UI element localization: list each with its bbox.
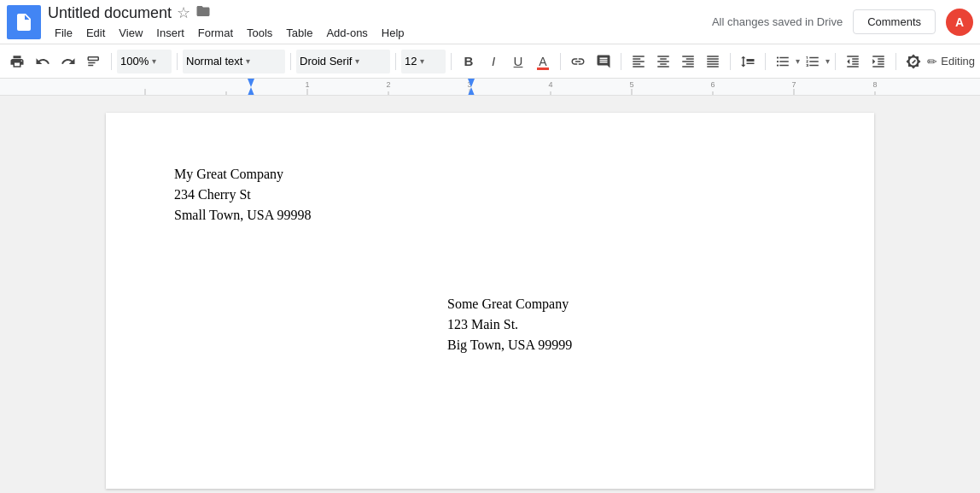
undo-button[interactable] xyxy=(31,50,55,73)
font-select[interactable]: Droid Serif ▾ xyxy=(296,50,390,73)
svg-text:7: 7 xyxy=(791,80,796,89)
recipient-line2: 123 Main St. xyxy=(447,314,806,335)
text-format-group: B I U A xyxy=(457,50,555,73)
list-group: ▾ ▾ xyxy=(771,50,830,73)
comments-button[interactable]: Comments xyxy=(853,9,936,34)
font-value: Droid Serif xyxy=(300,55,352,67)
divider-2 xyxy=(177,53,178,70)
menu-insert[interactable]: Insert xyxy=(149,25,191,41)
menu-table[interactable]: Table xyxy=(279,25,319,41)
align-left-button[interactable] xyxy=(627,50,650,73)
svg-rect-0 xyxy=(0,79,980,96)
align-right-button[interactable] xyxy=(676,50,700,73)
style-arrow: ▾ xyxy=(246,56,250,66)
align-justify-button[interactable] xyxy=(701,50,725,73)
star-icon[interactable]: ☆ xyxy=(177,3,190,22)
divider-7 xyxy=(621,53,621,70)
divider-8 xyxy=(730,53,731,70)
title-section: Untitled document ☆ File Edit View Inser… xyxy=(48,3,712,41)
divider-10 xyxy=(835,53,836,70)
clear-formatting-button[interactable] xyxy=(901,50,925,73)
font-size-value: 12 xyxy=(405,55,417,67)
menu-format[interactable]: Format xyxy=(191,25,240,41)
divider-1 xyxy=(111,53,112,70)
svg-text:2: 2 xyxy=(386,80,390,89)
underline-button[interactable]: U xyxy=(506,50,530,73)
divider-6 xyxy=(560,53,561,70)
font-arrow: ▾ xyxy=(355,56,359,66)
menu-file[interactable]: File xyxy=(48,25,79,41)
sender-block: My Great Company 234 Cherry St Small Tow… xyxy=(174,164,806,226)
italic-button[interactable]: I xyxy=(481,50,505,73)
sender-line3: Small Town, USA 99998 xyxy=(174,205,806,226)
font-size-arrow: ▾ xyxy=(420,56,424,66)
editing-badge[interactable]: ✏ Editing xyxy=(927,55,975,68)
divider-11 xyxy=(895,53,896,70)
recipient-block: Some Great Company 123 Main St. Big Town… xyxy=(447,294,806,355)
numbered-list-arrow[interactable]: ▾ xyxy=(825,56,830,66)
zoom-select[interactable]: 100% ▾ xyxy=(117,50,172,73)
numbered-list-button[interactable] xyxy=(801,50,825,73)
redo-button[interactable] xyxy=(56,50,80,73)
doc-title[interactable]: Untitled document xyxy=(48,4,172,22)
style-value: Normal text xyxy=(186,55,242,67)
ruler: 1 2 3 4 5 6 7 8 xyxy=(0,79,980,96)
app-icon xyxy=(7,5,41,39)
insert-link-button[interactable] xyxy=(566,50,590,73)
save-status: All changes saved in Drive xyxy=(712,15,843,28)
align-center-button[interactable] xyxy=(651,50,675,73)
line-spacing-button[interactable] xyxy=(736,50,760,73)
font-color-button[interactable]: A xyxy=(531,50,555,73)
zoom-arrow: ▾ xyxy=(152,56,156,66)
title-right: All changes saved in Drive Comments A xyxy=(712,9,973,36)
menu-help[interactable]: Help xyxy=(375,25,411,41)
toolbar: 100% ▾ Normal text ▾ Droid Serif ▾ 12 ▾ … xyxy=(0,44,980,79)
align-group xyxy=(627,50,725,73)
increase-indent-button[interactable] xyxy=(866,50,890,73)
print-button[interactable] xyxy=(5,50,29,73)
svg-text:6: 6 xyxy=(710,80,715,89)
divider-4 xyxy=(395,53,396,70)
recipient-line3: Big Town, USA 99999 xyxy=(447,335,806,355)
font-size-select[interactable]: 12 ▾ xyxy=(401,50,446,73)
folder-icon[interactable] xyxy=(195,3,211,23)
sender-line1: My Great Company xyxy=(174,164,806,185)
svg-text:4: 4 xyxy=(548,80,552,89)
svg-text:5: 5 xyxy=(629,80,633,89)
user-avatar[interactable]: A xyxy=(946,9,973,36)
document-page[interactable]: My Great Company 234 Cherry St Small Tow… xyxy=(106,113,874,489)
divider-9 xyxy=(765,53,766,70)
menu-bar: File Edit View Insert Format Tools Table… xyxy=(48,25,712,41)
bullet-list-arrow[interactable]: ▾ xyxy=(796,56,800,66)
bold-button[interactable]: B xyxy=(457,50,481,73)
menu-edit[interactable]: Edit xyxy=(79,25,112,41)
zoom-value: 100% xyxy=(120,55,149,67)
svg-text:8: 8 xyxy=(872,80,877,89)
divider-3 xyxy=(290,53,291,70)
menu-view[interactable]: View xyxy=(112,25,149,41)
decrease-indent-button[interactable] xyxy=(841,50,865,73)
title-bar: Untitled document ☆ File Edit View Inser… xyxy=(0,0,980,44)
pencil-icon: ✏ xyxy=(927,55,937,68)
canvas-area: My Great Company 234 Cherry St Small Tow… xyxy=(0,96,980,493)
editing-label: Editing xyxy=(941,55,975,67)
divider-5 xyxy=(451,53,452,70)
paint-format-button[interactable] xyxy=(82,50,106,73)
menu-addons[interactable]: Add-ons xyxy=(319,25,374,41)
bullet-list-button[interactable] xyxy=(771,50,795,73)
svg-text:1: 1 xyxy=(305,80,309,89)
sender-line2: 234 Cherry St xyxy=(174,185,806,205)
style-select[interactable]: Normal text ▾ xyxy=(183,50,285,73)
menu-tools[interactable]: Tools xyxy=(240,25,279,41)
comment-button[interactable] xyxy=(592,50,615,73)
recipient-line1: Some Great Company xyxy=(447,294,806,314)
